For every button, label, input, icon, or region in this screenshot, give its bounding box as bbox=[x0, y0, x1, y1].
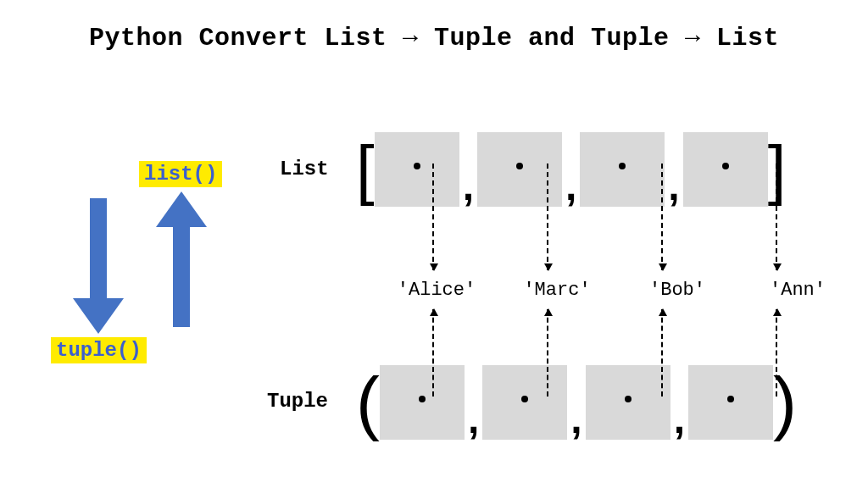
list-sep-0: , bbox=[463, 166, 474, 207]
dot-icon bbox=[516, 163, 523, 169]
arrow-up-icon bbox=[156, 191, 207, 327]
dash-arrow-list-0 bbox=[432, 164, 434, 270]
tuple-row: ( , , , ) bbox=[356, 360, 797, 445]
dot-icon bbox=[625, 396, 632, 402]
value-1: 'Marc' bbox=[505, 280, 609, 301]
dash-arrow-tuple-3 bbox=[776, 309, 777, 396]
dash-arrow-list-1 bbox=[547, 164, 548, 270]
svg-marker-3 bbox=[156, 191, 207, 227]
svg-rect-2 bbox=[173, 227, 190, 327]
dot-icon bbox=[722, 163, 729, 169]
svg-marker-1 bbox=[73, 298, 124, 334]
dot-icon bbox=[619, 163, 626, 169]
list-sep-2: , bbox=[668, 166, 679, 207]
value-3: 'Ann' bbox=[746, 280, 849, 301]
dash-arrow-tuple-2 bbox=[661, 309, 663, 396]
svg-rect-0 bbox=[90, 198, 107, 298]
tuple-label: Tuple bbox=[267, 390, 328, 413]
tuple-cell-1 bbox=[482, 365, 567, 440]
conversion-arrows-group: list() tuple() bbox=[51, 161, 237, 381]
tuple-sep-0: , bbox=[468, 399, 479, 440]
list-cell-1 bbox=[477, 132, 562, 207]
tuple-sep-2: , bbox=[674, 399, 685, 440]
dot-icon bbox=[419, 396, 426, 402]
arrow-down-icon bbox=[73, 198, 124, 334]
tuple-fn-label: tuple() bbox=[51, 337, 147, 363]
list-fn-label: list() bbox=[139, 161, 222, 187]
tuple-sep-1: , bbox=[570, 399, 581, 440]
list-open-bracket: [ bbox=[356, 136, 375, 202]
tuple-cell-0 bbox=[380, 365, 465, 440]
dash-arrow-list-3 bbox=[776, 164, 777, 270]
value-0: 'Alice' bbox=[385, 280, 488, 301]
list-cell-0 bbox=[375, 132, 459, 207]
list-label: List bbox=[280, 158, 329, 180]
dot-icon bbox=[414, 163, 420, 169]
diagram-title: Python Convert List → Tuple and Tuple → … bbox=[0, 24, 868, 53]
tuple-open-paren: ( bbox=[356, 367, 380, 438]
tuple-cell-2 bbox=[586, 365, 670, 440]
dot-icon bbox=[521, 396, 528, 402]
value-2: 'Bob' bbox=[626, 280, 729, 301]
list-sep-1: , bbox=[565, 166, 576, 207]
dash-arrow-tuple-0 bbox=[432, 309, 434, 396]
dot-icon bbox=[727, 396, 734, 402]
values-row: 'Alice' 'Marc' 'Bob' 'Ann' bbox=[385, 280, 849, 301]
list-cell-3 bbox=[683, 132, 768, 207]
dash-arrow-list-2 bbox=[661, 164, 663, 270]
tuple-cell-3 bbox=[688, 365, 773, 440]
list-cell-2 bbox=[580, 132, 665, 207]
list-row: [ , , , ] bbox=[356, 127, 786, 212]
dash-arrow-tuple-1 bbox=[547, 309, 548, 396]
